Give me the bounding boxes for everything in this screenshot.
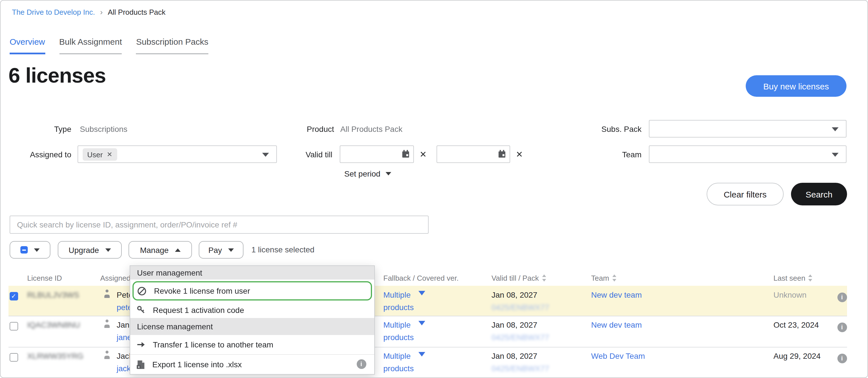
pack-code: 0425/ENBWX77 <box>492 364 549 373</box>
clear-date-from-icon[interactable] <box>420 149 427 160</box>
selection-status: 1 license selected <box>251 245 314 254</box>
chevron-down-icon <box>418 352 425 356</box>
info-icon[interactable] <box>357 359 366 369</box>
set-period-button[interactable]: Set period <box>344 169 391 178</box>
pack-code: 0425/ENBWX77 <box>492 333 549 342</box>
chevron-down-icon <box>418 321 425 325</box>
menu-item-export[interactable]: x Export 1 license into .xlsx <box>130 354 374 374</box>
row-checkbox[interactable] <box>10 292 18 301</box>
products-link[interactable]: products <box>383 303 414 312</box>
clear-filters-button[interactable]: Clear filters <box>707 183 784 206</box>
chip-label: User <box>87 150 103 159</box>
tab-overview[interactable]: Overview <box>10 37 45 54</box>
info-icon[interactable] <box>837 292 847 302</box>
chevron-down-icon <box>34 248 40 252</box>
product-filter-label: Product <box>261 125 334 134</box>
products-cell[interactable]: Multiple products <box>383 316 434 347</box>
manage-dropdown-menu: User management Revoke 1 license from us… <box>130 265 375 375</box>
sort-icon[interactable] <box>808 275 813 282</box>
products-link[interactable]: products <box>383 364 414 373</box>
menu-item-request-code[interactable]: Request 1 activation code <box>130 302 374 318</box>
calendar-icon[interactable] <box>498 150 506 160</box>
key-icon <box>136 306 146 315</box>
products-cell[interactable]: Multiple products <box>383 286 434 316</box>
team-select[interactable] <box>649 146 846 163</box>
search-button[interactable]: Search <box>791 183 847 206</box>
license-id: RLBULJV3WS <box>27 290 79 300</box>
chevron-down-icon <box>385 172 391 176</box>
valid-till-from-field <box>340 146 414 163</box>
last-seen-value: Aug 29, 2024 <box>773 351 821 360</box>
sort-icon[interactable] <box>612 275 617 282</box>
subs-pack-filter-label: Subs. Pack <box>567 125 642 134</box>
licenses-page: The Drive to Develop Inc. All Products P… <box>0 0 868 378</box>
column-header-label: Team <box>591 274 609 282</box>
column-header-assigned: Assigned <box>100 274 130 282</box>
product-filter-value: All Products Pack <box>340 125 402 133</box>
quick-search-input[interactable] <box>10 216 429 234</box>
team-link[interactable]: New dev team <box>591 320 642 329</box>
tab-bulk-assignment[interactable]: Bulk Assignment <box>59 37 122 54</box>
subs-pack-select[interactable] <box>649 120 846 137</box>
manage-button[interactable]: Manage <box>128 241 192 259</box>
last-seen-value: Oct 23, 2024 <box>773 320 819 329</box>
indeterminate-checkbox-icon[interactable] <box>20 246 28 253</box>
row-checkbox[interactable] <box>10 353 18 361</box>
chevron-down-icon <box>228 248 234 252</box>
info-icon[interactable] <box>837 322 847 332</box>
chevron-down-icon <box>832 153 839 157</box>
chevron-up-icon <box>175 248 181 252</box>
column-header-team[interactable]: Team <box>591 274 617 282</box>
revoke-icon <box>137 286 147 296</box>
column-header-last-seen[interactable]: Last seen <box>773 274 813 282</box>
assigned-to-select[interactable]: User <box>78 146 277 163</box>
svg-text:x: x <box>137 365 140 369</box>
chevron-right-icon <box>100 8 102 16</box>
column-header-valid-till[interactable]: Valid till / Pack <box>492 274 546 282</box>
valid-till-date: Jan 08, 2027 <box>492 320 537 329</box>
menu-item-label: Request 1 activation code <box>153 306 244 315</box>
assignee-login-link[interactable]: jane <box>117 333 132 342</box>
tab-subscription-packs[interactable]: Subscription Packs <box>136 37 208 54</box>
valid-till-filter-label: Valid till <box>261 150 332 160</box>
team-link[interactable]: Web Dev Team <box>591 351 645 360</box>
user-icon <box>103 350 111 359</box>
menu-item-label: Revoke 1 license from user <box>154 286 250 295</box>
chevron-down-icon <box>832 127 839 131</box>
calendar-icon[interactable] <box>402 150 409 160</box>
assigned-to-user-chip[interactable]: User <box>83 148 117 161</box>
select-all-dropdown-button[interactable] <box>10 241 51 259</box>
sort-icon[interactable] <box>541 275 546 282</box>
license-id: XLRWW35YRG <box>27 351 84 360</box>
menu-item-transfer[interactable]: Transfer 1 license to another team <box>130 335 374 354</box>
menu-item-label: Export 1 license into .xlsx <box>152 360 242 369</box>
last-seen-value: Unknown <box>773 290 807 300</box>
menu-item-revoke[interactable]: Revoke 1 license from user <box>130 280 374 302</box>
products-link[interactable]: Multiple <box>383 290 411 300</box>
pay-button[interactable]: Pay <box>199 241 244 259</box>
tab-bar: Overview Bulk Assignment Subscription Pa… <box>10 37 208 54</box>
menu-item-label: Transfer 1 license to another team <box>153 340 273 349</box>
column-header-license-id: License ID <box>27 274 62 282</box>
clear-date-to-icon[interactable] <box>516 149 523 160</box>
menu-section-header: License management <box>130 318 374 335</box>
arrow-right-icon <box>136 340 146 349</box>
info-icon[interactable] <box>837 354 847 363</box>
products-link[interactable]: products <box>383 333 414 342</box>
user-icon <box>103 319 111 328</box>
products-link[interactable]: Multiple <box>383 351 411 360</box>
page-title: 6 licenses <box>8 64 106 88</box>
xlsx-file-icon: x <box>136 359 145 369</box>
row-checkbox[interactable] <box>10 322 18 330</box>
products-cell[interactable]: Multiple products <box>383 347 434 378</box>
license-id: IQAC3WN8NU <box>27 320 80 329</box>
upgrade-button[interactable]: Upgrade <box>58 241 122 259</box>
assignee-login-link[interactable]: jack <box>117 364 131 373</box>
products-link[interactable]: Multiple <box>383 320 411 329</box>
breadcrumb-company-link[interactable]: The Drive to Develop Inc. <box>12 8 95 17</box>
team-link[interactable]: New dev team <box>591 290 642 300</box>
pay-label: Pay <box>208 245 222 254</box>
buy-new-licenses-button[interactable]: Buy new licenses <box>746 75 846 97</box>
chevron-down-icon <box>418 291 425 295</box>
chip-remove-icon[interactable] <box>107 151 113 158</box>
